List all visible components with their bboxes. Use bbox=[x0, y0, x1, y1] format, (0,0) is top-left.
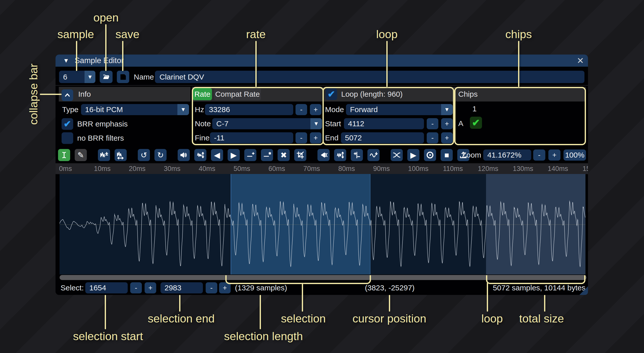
trim-button[interactable] bbox=[294, 149, 306, 161]
loop-callout-box bbox=[323, 87, 454, 145]
window-collapse-icon[interactable]: ▼ bbox=[63, 57, 69, 64]
toolbar-group bbox=[317, 149, 380, 161]
edit-draw-button[interactable]: ✎ bbox=[75, 149, 87, 161]
callout-line-rate bbox=[255, 41, 257, 87]
waveform-display[interactable] bbox=[60, 174, 585, 274]
ruler-tick-label: 0ms bbox=[59, 163, 72, 174]
annotation-total-size: total size bbox=[519, 312, 564, 325]
annotation-selection-start: selection start bbox=[73, 330, 143, 343]
amplify-icon bbox=[179, 151, 188, 159]
chips-callout-box bbox=[454, 87, 586, 145]
selection-callout-bracket bbox=[225, 275, 371, 284]
insert-silence-icon bbox=[246, 151, 255, 159]
apply-silence-icon bbox=[263, 151, 271, 159]
invert-button[interactable] bbox=[334, 149, 346, 161]
fade-out-button[interactable]: ▶ bbox=[228, 149, 240, 161]
ruler-tick-label: 10ms bbox=[94, 163, 111, 174]
insert-silence-button[interactable] bbox=[244, 149, 256, 161]
close-icon[interactable]: ✕ bbox=[577, 55, 584, 67]
zoom-out-button[interactable]: - bbox=[533, 149, 545, 161]
annotation-collapse-bar: collapse bar bbox=[27, 64, 40, 125]
play-icon: ▶ bbox=[410, 151, 416, 159]
ruler-tick-label: 50ms bbox=[234, 163, 250, 174]
toolbar-group: ◀▶✖ bbox=[178, 149, 306, 161]
info-collapse-button[interactable] bbox=[62, 89, 73, 101]
annotation-selection-length: selection length bbox=[224, 330, 303, 343]
ruler-tick-label: 90ms bbox=[373, 163, 390, 174]
ruler-tick-label: 150ms bbox=[583, 163, 588, 174]
redo-icon: ↻ bbox=[157, 151, 164, 159]
no-brr-filters-checkbox[interactable] bbox=[62, 132, 73, 144]
loop-callout-bracket bbox=[486, 275, 585, 284]
apply-filter-button[interactable] bbox=[367, 149, 380, 161]
ruler-tick-label: 80ms bbox=[338, 163, 355, 174]
resize-button[interactable] bbox=[98, 149, 110, 161]
type-dropdown[interactable]: 16-bit PCM ▼ bbox=[81, 104, 189, 115]
crossfade-icon bbox=[392, 151, 401, 159]
fade-in-button[interactable]: ◀ bbox=[211, 149, 223, 161]
apply-silence-button[interactable] bbox=[261, 149, 273, 161]
select-icon bbox=[60, 151, 68, 159]
rate-callout-box bbox=[192, 87, 324, 145]
waveform-canvas[interactable] bbox=[60, 174, 585, 274]
redo-button[interactable]: ↻ bbox=[154, 149, 167, 161]
resample-button[interactable] bbox=[115, 149, 127, 161]
callout-line-selection-end bbox=[179, 295, 180, 312]
delete-button[interactable]: ✖ bbox=[278, 149, 290, 161]
chevron-down-icon[interactable]: ▼ bbox=[177, 104, 189, 115]
stop-preview-button[interactable]: ■ bbox=[441, 149, 453, 161]
name-input[interactable]: Clarinet DQV bbox=[155, 71, 584, 83]
normalize-icon bbox=[196, 151, 205, 159]
brr-emphasis-checkbox[interactable]: ✔ bbox=[62, 118, 73, 130]
play-circle-icon bbox=[426, 151, 434, 159]
ruler-tick-label: 130ms bbox=[513, 163, 533, 174]
preview-selection-button[interactable] bbox=[424, 149, 436, 161]
zoom-input[interactable]: 41.1672% bbox=[483, 149, 531, 161]
ruler-tick-label: 60ms bbox=[269, 163, 285, 174]
divider bbox=[56, 85, 588, 86]
window-titlebar[interactable]: ▼ Sample Editor ✕ bbox=[56, 55, 588, 67]
ruler-tick-label: 120ms bbox=[478, 163, 498, 174]
callout-line-chips bbox=[518, 41, 519, 87]
stop-icon: ■ bbox=[444, 151, 449, 159]
preview-sample-button[interactable]: ▶ bbox=[407, 149, 419, 161]
selection-start-minus-button[interactable]: - bbox=[130, 282, 142, 293]
screenshot-stage: ▼ Sample Editor ✕ 6 ▼ Name Clarinet DQV … bbox=[0, 0, 644, 353]
chevron-up-icon bbox=[64, 91, 71, 99]
reverse-button[interactable] bbox=[317, 149, 330, 161]
annotation-rate: rate bbox=[246, 28, 266, 41]
brr-emphasis-label: BRR emphasis bbox=[77, 118, 128, 130]
chevron-down-icon[interactable]: ▼ bbox=[85, 71, 95, 83]
selection-end-input[interactable]: 2983 bbox=[160, 282, 203, 293]
edit-select-button[interactable] bbox=[58, 149, 70, 161]
sample-number-value: 6 bbox=[59, 71, 85, 83]
normalize-button[interactable] bbox=[194, 149, 206, 161]
annotation-open: open bbox=[93, 11, 119, 24]
sign-icon bbox=[353, 151, 361, 159]
zoom-in-button[interactable]: + bbox=[548, 149, 560, 161]
toolbar-group bbox=[98, 149, 127, 161]
type-label: Type bbox=[62, 104, 78, 115]
callout-line-selection-length bbox=[260, 295, 261, 329]
sample-number-dropdown[interactable]: 6 ▼ bbox=[59, 71, 95, 83]
callout-line-loop-bottom bbox=[487, 283, 488, 312]
trim-icon bbox=[296, 151, 305, 159]
selection-end-minus-button[interactable]: - bbox=[206, 282, 217, 293]
annotation-sample: sample bbox=[57, 28, 94, 41]
undo-button[interactable]: ↺ bbox=[138, 149, 150, 161]
zoom-reset-button[interactable]: 100% bbox=[564, 149, 586, 161]
annotation-selection: selection bbox=[281, 312, 326, 325]
crossfade-button[interactable] bbox=[391, 149, 403, 161]
signed-unsigned-button[interactable] bbox=[351, 149, 363, 161]
resize-grip[interactable] bbox=[579, 286, 588, 295]
type-value: 16-bit PCM bbox=[81, 104, 177, 115]
fade-in-icon: ◀ bbox=[214, 151, 220, 159]
callout-line-save bbox=[122, 41, 123, 71]
selection-start-plus-button[interactable]: + bbox=[145, 282, 156, 293]
open-sample-button[interactable] bbox=[100, 71, 113, 83]
ruler-tick-label: 110ms bbox=[443, 163, 463, 174]
selection-start-input[interactable]: 1654 bbox=[85, 282, 128, 293]
callout-line-selection-start bbox=[105, 295, 106, 329]
amplify-button[interactable] bbox=[178, 149, 190, 161]
save-sample-button[interactable] bbox=[117, 71, 129, 83]
